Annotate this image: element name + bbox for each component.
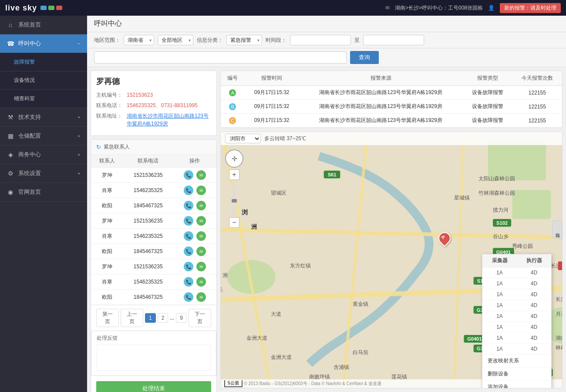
sidebar-item-settings[interactable]: ⚙ 系统设置 + [0, 164, 87, 183]
next-page-btn[interactable]: 下一页 [189, 309, 211, 327]
city-select-wrapper-map: 浏阳市 [225, 134, 261, 143]
svg-text:望城区: 望城区 [271, 190, 286, 196]
refresh-icon[interactable]: ↻ [96, 144, 101, 150]
mail-btn[interactable]: ✉ [196, 247, 206, 256]
contacts-table: 联系人 联系电话 操作 罗坤 1521536235 📞 ✉ 肖寒 1546235… [91, 155, 216, 305]
mail-btn[interactable]: ✉ [196, 170, 206, 180]
call-btn[interactable]: 📞 [184, 247, 193, 256]
sidebar-item-label: 设备情况 [14, 77, 35, 84]
contact-row: 罗坤 1521536235 📞 ✉ [91, 259, 216, 274]
sidebar-item-fault[interactable]: 故障报警 [0, 53, 87, 71]
page-btn-9[interactable]: 9 [176, 313, 187, 323]
search-input[interactable] [94, 51, 347, 64]
sidebar-item-inspection[interactable]: 稽查科室 [0, 90, 87, 108]
mail-btn[interactable]: ✉ [196, 186, 206, 195]
alert-badge[interactable]: 新的报警：请及时处理 [500, 3, 561, 13]
callcenter-icon: ☎ [7, 40, 14, 47]
map-copyright: © 2013 Baidu - GS(2012)6003号 - Data © Na… [244, 381, 381, 387]
svg-text:黄金镇: 黄金镇 [353, 301, 368, 307]
city-select[interactable]: 全部地区 [158, 35, 193, 45]
call-btn[interactable]: 📞 [184, 170, 193, 180]
contact-actions: 📞 ✉ [173, 168, 216, 183]
action-delete-device[interactable]: 删除设备 [482, 368, 551, 381]
svg-text:星城镇: 星城镇 [454, 195, 470, 201]
contact-row: 欧阳 1845467325 📞 ✉ [91, 244, 216, 259]
contact-name: 罗坤 [91, 168, 123, 183]
address-value[interactable]: 湖南省长沙市雨花区韶山南路123号华翼府A栋1929房 [127, 112, 211, 128]
search-button[interactable]: 查询 [350, 51, 379, 64]
alarm-label: A [221, 86, 245, 100]
mail-btn[interactable]: ✉ [196, 277, 206, 287]
hide-panel-btn[interactable]: 隐藏 [552, 220, 563, 239]
right-panel: 编号 报警时间 报警来源 报警类型 今天报警次数 A 09月17日15:32 湖… [220, 71, 563, 389]
process-end-button[interactable]: 处理结束 [96, 381, 211, 392]
map-pan-control[interactable]: ✛ [225, 149, 243, 168]
alarm-row[interactable]: A 09月17日15:32 湖南省长沙市雨花区韶山南路123号华翼府A栋1929… [221, 86, 562, 100]
alarm-table: 编号 报警时间 报警来源 报警类型 今天报警次数 A 09月17日15:32 湖… [221, 71, 562, 128]
zoom-handle[interactable] [232, 199, 237, 203]
action-change-mapping[interactable]: 更改映射关系 [482, 355, 551, 368]
contact-name: 肖寒 [91, 274, 123, 290]
svg-text:大道: 大道 [271, 311, 281, 317]
svg-text:S102: S102 [496, 220, 508, 226]
sidebar: ⌂ 系统首页 ☎ 呼叫中心 − 故障报警 设备情况 稽查科室 ⚒ 技术支持 + … [0, 16, 87, 392]
page-btn-1[interactable]: 1 [145, 313, 156, 323]
first-page-btn[interactable]: 第一页 [96, 309, 119, 327]
contact-name: 欧阳 [91, 244, 123, 259]
svg-text:太阳山森林公园: 太阳山森林公园 [478, 176, 515, 182]
zoom-out-btn[interactable]: − [229, 217, 239, 228]
call-btn[interactable]: 📞 [184, 216, 193, 226]
mail-btn[interactable]: ✉ [196, 262, 206, 271]
executor-val: 4D [517, 267, 551, 278]
mail-btn[interactable]: ✉ [196, 201, 206, 210]
alarm-row[interactable]: B 09月17日15:32 湖南省长沙市雨花区韶山南路123号华翼府A栋1929… [221, 100, 562, 114]
mail-btn[interactable]: ✉ [196, 292, 206, 302]
sidebar-item-warehouse[interactable]: ▦ 仓储配置 + [0, 127, 87, 145]
call-btn[interactable]: 📞 [184, 231, 193, 241]
call-btn[interactable]: 📞 [184, 201, 193, 210]
sidebar-item-business[interactable]: ◈ 商务中心 + [0, 145, 87, 164]
sidebar-item-techsupport[interactable]: ⚒ 技术支持 + [0, 108, 87, 127]
contact-actions: 📞 ✉ [173, 259, 216, 274]
sidebar-item-home[interactable]: ⌂ 系统首页 [0, 16, 87, 34]
sidebar-item-website[interactable]: ◉ 官网首页 [0, 183, 87, 202]
info-label: 信息分类： [197, 37, 223, 44]
map-marker[interactable]: A [438, 232, 451, 244]
alarm-time: 09月17日15:32 [245, 114, 299, 128]
map-weather: 多云转晴 37~25℃ [264, 135, 306, 142]
collector-header: 采集器 [482, 254, 517, 267]
time-end-input[interactable] [363, 35, 424, 45]
topbar-right: ✉ 湖南>长沙>呼叫中心：工号008张国栋 👤 新的报警：请及时处理 [385, 3, 561, 13]
svg-text:莲花镇: 莲花镇 [391, 374, 407, 380]
action-add-device[interactable]: 添加设备 [482, 381, 551, 389]
call-btn[interactable]: 📞 [184, 262, 193, 271]
expand-icon: + [77, 152, 80, 157]
page-btn-2[interactable]: 2 [158, 313, 168, 323]
filter-row: 地区范围： 湖南省 全部地区 信息分类： 紧急报警 时间段： 至 [87, 32, 566, 48]
contact-value: 1546235325、0731-88311995 [127, 101, 211, 109]
svg-text:林植物园: 林植物园 [555, 345, 562, 351]
province-select[interactable]: 湖南省 [124, 35, 154, 45]
mail-btn[interactable]: ✉ [196, 216, 206, 226]
col-count: 今天报警次数 [512, 71, 562, 86]
time-start-input[interactable] [290, 35, 351, 45]
alarm-label-circle: C [229, 117, 236, 124]
contact-phone: 1845467325 [123, 198, 173, 213]
call-btn[interactable]: 📞 [184, 292, 193, 302]
alarm-type: 设备故障报警 [463, 100, 512, 114]
contact-name: 欧阳 [91, 198, 123, 213]
feedback-textarea[interactable] [97, 345, 211, 371]
executor-val: 4D [517, 322, 551, 332]
context-row-3: 1A 4D [482, 289, 551, 300]
map-city-select[interactable]: 浏阳市 [225, 134, 261, 143]
executor-val: 4D [517, 289, 551, 300]
mail-btn[interactable]: ✉ [196, 231, 206, 241]
alarm-row[interactable]: C 09月17日15:32 湖南省长沙市雨花区韶山南路123号华翼府A栋1929… [221, 114, 562, 128]
zoom-in-btn[interactable]: + [229, 169, 239, 180]
category-select[interactable]: 紧急报警 [226, 35, 262, 45]
prev-page-btn[interactable]: 上一页 [121, 309, 143, 327]
call-btn[interactable]: 📞 [184, 186, 193, 195]
sidebar-item-callcenter[interactable]: ☎ 呼叫中心 − [0, 34, 87, 53]
sidebar-item-equipment[interactable]: 设备情况 [0, 71, 87, 90]
call-btn[interactable]: 📞 [184, 277, 193, 287]
